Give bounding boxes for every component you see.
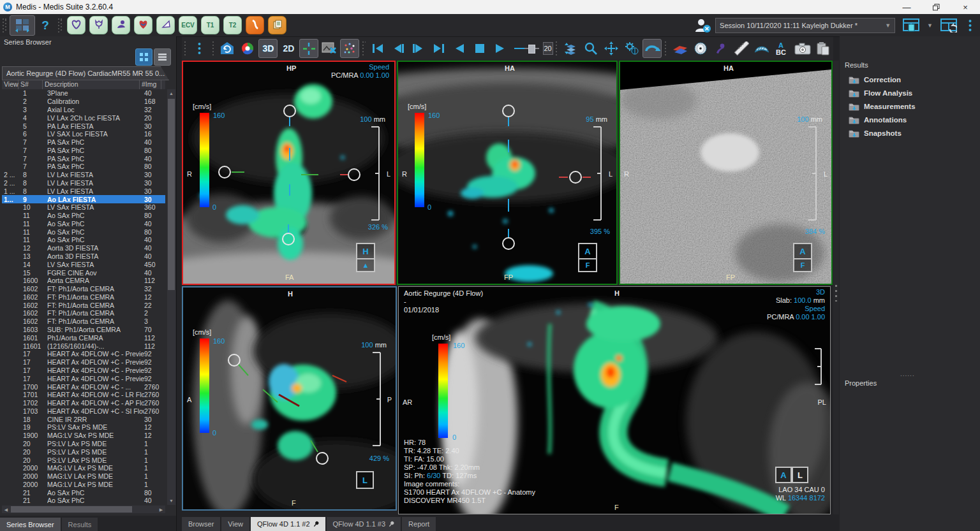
overflow-menu-button[interactable] (190, 39, 209, 58)
scroll-left-icon[interactable]: ◀ (2, 506, 10, 514)
frame-rate-slider[interactable] (514, 43, 538, 54)
series-row[interactable]: 17 HEART Ax 4DFLOW +C - Preview 92 (2, 374, 165, 382)
app-heart-flow-button[interactable] (134, 16, 152, 34)
series-row[interactable]: 1900 MAG:LV SAx PS MDE 12 (2, 432, 165, 440)
tab-qflow-4d-1-1-3[interactable]: QFlow 4D 1.1 #3 (327, 517, 401, 531)
viewport-axial-speed[interactable]: HP Speed PC/MRA 0.00 1.00 [cm/s] 160 0 R… (182, 61, 396, 285)
app-t1-button[interactable]: T1 (201, 16, 219, 34)
series-row[interactable]: 1601 Ph1/Aorta CEMRA 112 (2, 333, 165, 342)
series-row[interactable]: 4 LV LAx 2Ch Loc FIESTA 20 (2, 113, 165, 122)
series-row[interactable]: 6 LV SAX Loc FIESTA 16 (2, 130, 165, 138)
toolbar-grip[interactable] (556, 41, 558, 55)
series-row[interactable]: 1602 FT: Ph1/Aorta CEMRA 2 (2, 309, 165, 317)
app-person-button[interactable] (112, 16, 130, 34)
series-row[interactable]: 17 HEART Ax 4DFLOW +C - Preview 92 (2, 350, 165, 358)
tab-view[interactable]: View (221, 517, 249, 531)
series-row[interactable]: 7 PA SAx PhC 40 (2, 138, 165, 147)
viewport-phase[interactable]: HA R L 100 mm 384 % A F FP (619, 61, 833, 285)
toolbar-overflow-button[interactable] (965, 16, 975, 35)
toolbar-grip[interactable] (58, 18, 63, 33)
orientation-cube-secondary[interactable]: F (578, 258, 597, 272)
toolbar-grip[interactable] (665, 41, 667, 55)
series-row[interactable]: 2 Calibration 168 (2, 98, 165, 106)
toolbar-grip[interactable] (212, 41, 215, 55)
rotate-tool-button[interactable] (642, 39, 662, 58)
stack-scroll-button[interactable] (561, 39, 580, 58)
series-row[interactable]: 20 PS:LV LAx PS MDE 1 (2, 456, 165, 464)
results-item-snapshots[interactable]: Snapshots (849, 129, 902, 138)
series-row[interactable]: 11 Ao SAx PhC 40 (2, 220, 165, 228)
series-row[interactable]: 1602 FT: Ph1/Aorta CEMRA 22 (2, 301, 165, 309)
layout-viewports-button[interactable] (10, 15, 35, 36)
splitter-handle[interactable] (835, 285, 837, 302)
series-row[interactable]: 20 PS:LV LAx PS MDE 1 (2, 440, 165, 448)
reset-orientation-button[interactable] (218, 39, 237, 58)
orientation-cube[interactable]: H (356, 243, 375, 259)
step-back-button[interactable] (389, 39, 408, 58)
scroll-up-icon[interactable]: ▲ (167, 89, 175, 98)
pan-tool-button[interactable] (602, 39, 621, 58)
window-level-button[interactable] (622, 39, 641, 58)
series-row[interactable]: 2 ... 8 LV LAx FIESTA 30 (2, 171, 165, 179)
panel-tab-results[interactable]: Results (62, 518, 98, 531)
series-row[interactable]: 11 Ao SAx PhC 40 (2, 236, 165, 244)
mode-3d-button[interactable]: 3D (258, 39, 278, 58)
toolbar-grip[interactable] (184, 41, 187, 55)
series-row[interactable]: 20 PS:LV LAx PS MDE 1 (2, 447, 165, 456)
column-img-count[interactable]: #Img (140, 80, 161, 90)
series-row[interactable]: 14 LV SAx FIESTA 450 (2, 260, 165, 268)
column-series[interactable]: S# (19, 80, 43, 90)
orientation-cube[interactable]: A L (775, 467, 808, 483)
orientation-cube[interactable]: A (578, 243, 597, 259)
viewport-axial-2[interactable]: HA [cm/s] 160 0 R L 95 mm 395 % A F FP (397, 61, 618, 285)
study-tab[interactable]: Aortic Regurge (4D Flow) CardiacMR55 MR … (2, 66, 169, 80)
marker-3d-button[interactable] (711, 39, 731, 58)
color-wheel-button[interactable] (238, 39, 257, 58)
slider-handle[interactable] (528, 45, 535, 54)
zoom-tool-button[interactable] (581, 39, 600, 58)
app-t2-button[interactable]: T2 (223, 16, 242, 34)
app-report-docs-button[interactable] (268, 16, 286, 34)
panel-splitter[interactable] (833, 61, 839, 514)
series-row[interactable]: 11601 (12165/1601/44)-... 112 (2, 342, 165, 350)
scroll-down-icon[interactable]: ▼ (167, 497, 175, 505)
column-view[interactable]: View (2, 80, 19, 90)
step-forward-button[interactable] (409, 39, 428, 58)
series-row[interactable]: 1 3Plane 40 (2, 89, 165, 98)
series-row[interactable]: 1... 9 Ao LAx FIESTA 30 (2, 195, 165, 203)
probe-button[interactable] (691, 39, 710, 58)
particle-trace-button[interactable] (340, 39, 359, 58)
results-item-correction[interactable]: Correction (849, 75, 901, 84)
series-row[interactable]: 1603 SUB: Ph1/Aorta CEMRA 70 (2, 326, 165, 334)
app-flow-orange-button[interactable] (246, 16, 264, 34)
series-row[interactable]: 2000 MAG:LV LAx PS MDE 1 (2, 472, 165, 481)
snapshot-button[interactable] (793, 39, 812, 58)
series-row[interactable]: 7 PA SAx PhC 40 (2, 154, 165, 163)
series-row[interactable]: 11 Ao SAx PhC 80 (2, 212, 165, 220)
series-row[interactable]: 21 Ao SAx PhC 40 (2, 497, 165, 505)
app-ecv-button[interactable]: ECV (179, 16, 197, 34)
series-row[interactable]: 12 Aorta 3D FIESTA 40 (2, 244, 165, 252)
contour-tool-button[interactable] (752, 39, 771, 58)
series-row[interactable]: 3 Axial Loc 32 (2, 106, 165, 114)
first-frame-button[interactable] (368, 39, 387, 58)
series-row[interactable]: 13 Aorta 3D FIESTA 40 (2, 252, 165, 261)
annotation-text-button[interactable]: ABC (773, 39, 792, 58)
close-button[interactable]: × (951, 0, 980, 14)
session-dropdown[interactable]: Session 10/11/2020 11:11 Kayleigh Dukker… (715, 18, 895, 33)
series-vertical-scrollbar[interactable]: ▲ ▼ (167, 89, 175, 505)
series-row[interactable]: 1602 FT: Ph1/Aorta CEMRA 3 (2, 317, 165, 326)
results-item-measurements[interactable]: Measurements (849, 102, 916, 111)
tab-report[interactable]: Report (402, 517, 436, 531)
viewport-3d[interactable]: Aortic Regurge (4D Flow) - 01/01/2018 H … (398, 286, 831, 514)
series-row[interactable]: 1702 HEART Ax 4DFLOW +C - AP Flow 2760 (2, 399, 165, 407)
properties-splitter-handle[interactable]: ...... (900, 370, 915, 377)
scroll-right-icon[interactable]: ▶ (157, 506, 165, 514)
series-row[interactable]: 19 PS:LV SAx PS MDE 12 (2, 423, 165, 432)
thumbnail-view-button[interactable] (135, 48, 152, 66)
results-item-flow-analysis[interactable]: Flow Analysis (849, 89, 912, 98)
scrollbar-thumb[interactable] (168, 99, 175, 290)
app-sail-button[interactable] (156, 16, 175, 34)
series-horizontal-scrollbar[interactable]: ◀ ▶ (2, 506, 165, 513)
panel-tab-series-browser[interactable]: Series Browser (0, 518, 61, 531)
